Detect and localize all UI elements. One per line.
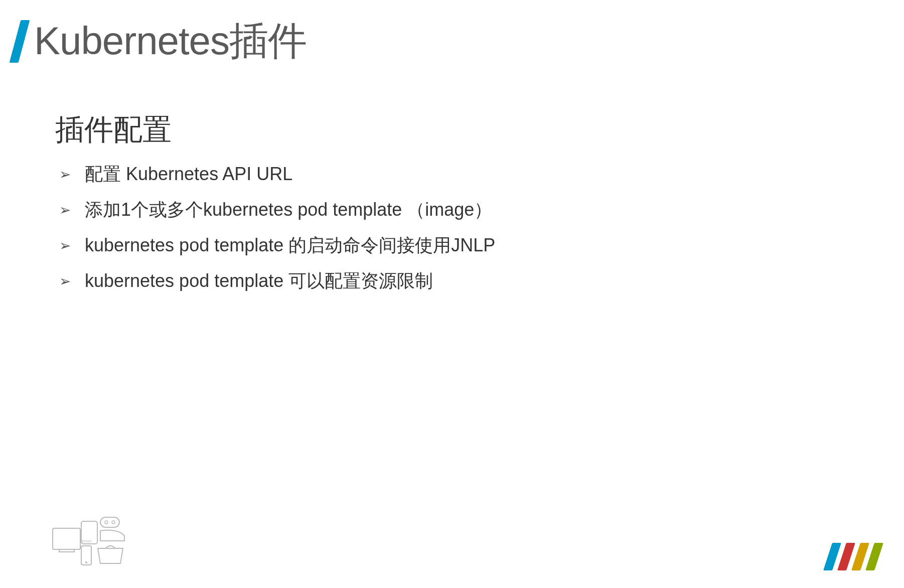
screen-devices-icon: Screen bbox=[50, 513, 135, 568]
arrow-bullet-icon: ➢ bbox=[59, 202, 71, 218]
bullet-text: kubernetes pod template 的启动命令间接使用JNLP bbox=[85, 233, 495, 258]
brand-stripes bbox=[828, 543, 879, 570]
bullet-text: 添加1个或多个kubernetes pod template （image） bbox=[85, 198, 492, 222]
list-item: ➢ kubernetes pod template 的启动命令间接使用JNLP bbox=[55, 233, 495, 258]
list-item: ➢ 添加1个或多个kubernetes pod template （image） bbox=[55, 198, 495, 222]
arrow-bullet-icon: ➢ bbox=[59, 166, 71, 183]
svg-point-5 bbox=[112, 521, 115, 524]
title-accent-bar bbox=[10, 20, 30, 63]
svg-rect-0 bbox=[53, 528, 80, 549]
arrow-bullet-icon: ➢ bbox=[59, 273, 71, 289]
svg-rect-3 bbox=[100, 517, 119, 527]
list-item: ➢ 配置 Kubernetes API URL bbox=[55, 162, 495, 187]
stripe-icon bbox=[865, 543, 883, 570]
slide-title: Kubernetes插件 bbox=[34, 15, 307, 68]
svg-point-4 bbox=[105, 521, 108, 524]
bullet-list: ➢ 配置 Kubernetes API URL ➢ 添加1个或多个kuberne… bbox=[55, 162, 495, 293]
svg-rect-1 bbox=[59, 549, 74, 552]
footer-logo: Screen bbox=[50, 513, 135, 570]
slide-title-container: Kubernetes插件 bbox=[15, 15, 307, 68]
svg-point-7 bbox=[85, 561, 87, 563]
arrow-bullet-icon: ➢ bbox=[59, 237, 71, 254]
subtitle: 插件配置 bbox=[55, 110, 495, 150]
bullet-text: kubernetes pod template 可以配置资源限制 bbox=[85, 269, 433, 293]
content-area: 插件配置 ➢ 配置 Kubernetes API URL ➢ 添加1个或多个ku… bbox=[55, 110, 495, 305]
logo-label: Screen bbox=[81, 539, 92, 543]
list-item: ➢ kubernetes pod template 可以配置资源限制 bbox=[55, 269, 495, 293]
bullet-text: 配置 Kubernetes API URL bbox=[85, 162, 292, 187]
